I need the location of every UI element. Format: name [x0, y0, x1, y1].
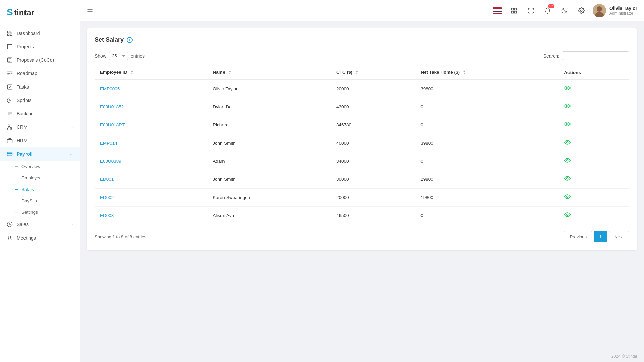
svg-rect-14: [512, 8, 514, 10]
sidebar-item-projects[interactable]: Projects: [0, 40, 80, 53]
view-icon[interactable]: [564, 176, 571, 183]
emp-id-cell[interactable]: EMP0005: [95, 80, 207, 98]
ctc-cell: 43000: [331, 98, 415, 116]
sub-label: Employee: [21, 175, 42, 180]
next-button[interactable]: Next: [609, 231, 629, 242]
sidebar-item-label: HRM: [17, 138, 28, 143]
col-name[interactable]: Name ▲▼: [207, 66, 331, 80]
emp-id-cell[interactable]: ED001: [95, 170, 207, 189]
sidebar-sub-salary[interactable]: – Salary: [0, 184, 80, 195]
svg-text:tintar: tintar: [14, 8, 34, 17]
table-controls: Show 25 10 50 100 entries Search:: [95, 51, 629, 60]
ctc-cell: 20000: [331, 189, 415, 207]
sidebar-item-roadmap[interactable]: Roadmap: [0, 67, 80, 80]
svg-text:S: S: [7, 7, 13, 17]
page-title: Set Salary: [95, 36, 124, 43]
menu-toggle-icon[interactable]: [87, 6, 93, 15]
sort-ctc-icon: ▲▼: [356, 70, 358, 75]
sub-label: Settings: [21, 210, 38, 215]
emp-id-cell[interactable]: E00U01852: [95, 98, 207, 116]
table-row: ED003 Alison Ava 46500 0: [95, 207, 629, 225]
col-net-take-home[interactable]: Net Take Home ($) ▲▼: [415, 66, 559, 80]
emp-id-cell[interactable]: ED002: [95, 189, 207, 207]
sidebar-sub-overview[interactable]: – Overview: [0, 161, 80, 172]
apps-grid-icon[interactable]: [509, 5, 519, 16]
view-icon[interactable]: [564, 86, 571, 93]
svg-point-22: [567, 87, 568, 89]
sidebar-item-label: Payroll: [17, 151, 33, 157]
language-selector[interactable]: [492, 5, 503, 16]
projects-icon: [7, 44, 13, 50]
net-take-home-cell: 39800: [415, 134, 559, 152]
emp-id-cell[interactable]: EMP014: [95, 134, 207, 152]
svg-point-26: [567, 160, 568, 161]
view-icon[interactable]: [564, 195, 571, 201]
action-cell: [559, 116, 629, 134]
emp-id-cell[interactable]: E00U0389: [95, 152, 207, 170]
view-icon[interactable]: [564, 158, 571, 165]
sidebar-item-sales[interactable]: Sales ›: [0, 218, 80, 231]
expand-icon[interactable]: [526, 5, 536, 16]
sidebar-item-label: Projects: [17, 44, 34, 49]
table-row: E00U01852 Dylan Dell 43000 0: [95, 98, 629, 116]
name-cell: Dylan Dell: [207, 98, 331, 116]
user-profile[interactable]: Olivia Taylor Administrator: [593, 4, 637, 17]
tasks-icon: [7, 84, 13, 90]
sidebar-item-label: Sprints: [17, 98, 32, 103]
meetings-icon: [7, 235, 13, 241]
entries-label: entries: [131, 53, 145, 59]
view-icon[interactable]: [564, 122, 571, 129]
sidebar-item-backlog[interactable]: Backlog: [0, 107, 80, 120]
svg-rect-17: [515, 11, 517, 13]
action-cell: [559, 98, 629, 116]
sidebar-item-tasks[interactable]: Tasks: [0, 80, 80, 94]
notifications-icon[interactable]: 52: [542, 5, 553, 16]
emp-id-cell[interactable]: E00U018RT: [95, 116, 207, 134]
net-take-home-cell: 0: [415, 152, 559, 170]
sidebar-item-hrm[interactable]: HRM ›: [0, 134, 80, 147]
dashboard-icon: [7, 30, 13, 36]
view-icon[interactable]: [564, 104, 571, 111]
entries-select[interactable]: 25 10 50 100: [109, 52, 128, 60]
sidebar-sub-employee[interactable]: – Employee: [0, 172, 80, 184]
col-ctc[interactable]: CTC ($) ▲▼: [331, 66, 415, 80]
pagination-row: Showing 1 to 8 of 8 entries Previous 1 N…: [95, 231, 629, 242]
show-entries: Show 25 10 50 100 entries: [95, 52, 145, 60]
svg-point-29: [567, 214, 568, 216]
sidebar-sub-payslip[interactable]: – PaySlip: [0, 195, 80, 206]
dark-mode-icon[interactable]: [559, 5, 570, 16]
svg-rect-15: [515, 8, 517, 10]
user-name: Olivia Taylor: [609, 6, 637, 11]
sidebar-item-crm[interactable]: CRM ›: [0, 120, 80, 134]
col-emp-id[interactable]: Employee ID ▲▼: [95, 66, 207, 80]
sidebar-item-label: Meetings: [17, 235, 36, 241]
page-1-button[interactable]: 1: [594, 231, 607, 242]
table-row: E00U0389 Adam 34000 0: [95, 152, 629, 170]
settings-icon[interactable]: [576, 5, 587, 16]
ctc-cell: 40000: [331, 134, 415, 152]
sort-name-icon: ▲▼: [229, 70, 231, 75]
info-icon[interactable]: i: [127, 37, 133, 43]
sub-label: Overview: [21, 164, 40, 169]
view-icon[interactable]: [564, 213, 571, 219]
net-take-home-cell: 29800: [415, 170, 559, 189]
sidebar-sub-settings[interactable]: – Settings: [0, 206, 80, 218]
hrm-chevron-icon: ›: [71, 139, 73, 143]
notification-count: 52: [548, 4, 554, 8]
footer-text: 2024 © Stintar: [611, 354, 637, 359]
sidebar-item-proposals[interactable]: Proposals (CoCo): [0, 53, 80, 67]
sidebar-item-dashboard[interactable]: Dashboard: [0, 27, 80, 40]
sidebar-item-meetings[interactable]: Meetings: [0, 231, 80, 245]
sidebar-item-sprints[interactable]: Sprints: [0, 94, 80, 107]
emp-id-cell[interactable]: ED003: [95, 207, 207, 225]
previous-button[interactable]: Previous: [564, 231, 592, 242]
app-logo: S tintar: [0, 0, 80, 27]
proposals-icon: [7, 57, 13, 63]
sidebar-item-label: Roadmap: [17, 71, 37, 76]
name-cell: Alison Ava: [207, 207, 331, 225]
crm-chevron-icon: ›: [71, 125, 73, 129]
sidebar-item-payroll[interactable]: Payroll ⌄: [0, 147, 80, 161]
view-icon[interactable]: [564, 140, 571, 147]
search-input[interactable]: [562, 51, 629, 60]
name-cell: Olivia Taylor: [207, 80, 331, 98]
